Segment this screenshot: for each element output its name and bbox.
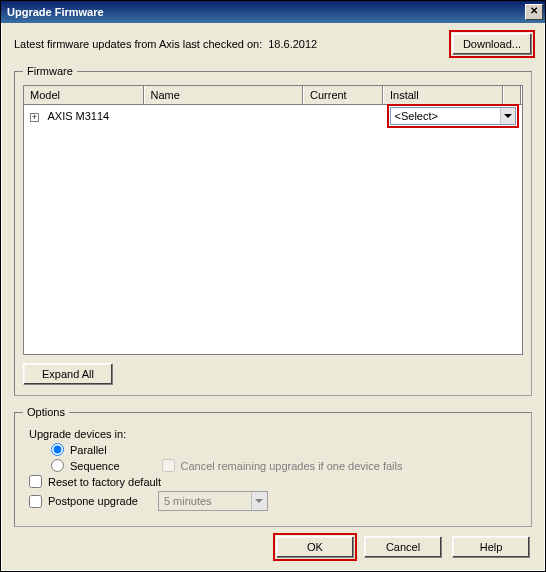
col-current[interactable]: Current [304,86,384,105]
chevron-down-icon [500,108,515,124]
parallel-label: Parallel [70,444,107,456]
cancel-button[interactable]: Cancel [364,536,442,558]
upgrade-in-label: Upgrade devices in: [29,428,517,440]
cell-current [304,105,384,128]
options-group: Options Upgrade devices in: Parallel Seq… [14,406,532,527]
close-icon[interactable]: ✕ [525,4,543,20]
cancel-remaining-label: Cancel remaining upgrades if one device … [181,460,403,472]
install-select[interactable]: <Select> [390,107,516,125]
help-button[interactable]: Help [452,536,530,558]
col-spacer [504,86,522,105]
cell-name [144,105,304,128]
postpone-label: Postpone upgrade [48,495,138,507]
firmware-legend: Firmware [23,65,77,77]
table-row[interactable]: + AXIS M3114 <Select> [24,105,522,128]
postpone-value: 5 minutes [164,495,212,507]
status-row: Latest firmware updates from Axis last c… [14,33,532,55]
cell-model: AXIS M3114 [47,110,109,122]
firmware-group: Firmware Model Name Current Install [14,65,532,396]
titlebar: Upgrade Firmware ✕ [1,1,545,23]
sequence-radio[interactable] [51,459,64,472]
ok-button[interactable]: OK [276,536,354,558]
reset-checkbox[interactable] [29,475,42,488]
firmware-table: Model Name Current Install + AXIS M3114 [24,86,522,127]
chevron-down-icon [251,492,267,510]
cancel-remaining-checkbox [162,459,175,472]
options-legend: Options [23,406,69,418]
table-header-row: Model Name Current Install [24,86,522,105]
install-select-value: <Select> [395,110,438,122]
parallel-radio[interactable] [51,443,64,456]
expand-all-button[interactable]: Expand All [23,363,113,385]
firmware-table-wrap: Model Name Current Install + AXIS M3114 [23,85,523,355]
expand-icon[interactable]: + [30,113,39,122]
reset-label: Reset to factory default [48,476,161,488]
window-title: Upgrade Firmware [7,6,104,18]
col-model[interactable]: Model [24,86,144,105]
postpone-checkbox[interactable] [29,495,42,508]
postpone-select: 5 minutes [158,491,268,511]
client-area: Latest firmware updates from Axis last c… [2,23,544,570]
col-install[interactable]: Install [384,86,504,105]
sequence-label: Sequence [70,460,120,472]
col-name[interactable]: Name [144,86,304,105]
button-bar: OK Cancel Help [276,536,530,558]
status-date: 18.6.2012 [268,38,317,50]
download-button[interactable]: Download... [452,33,532,55]
status-text: Latest firmware updates from Axis last c… [14,38,262,50]
